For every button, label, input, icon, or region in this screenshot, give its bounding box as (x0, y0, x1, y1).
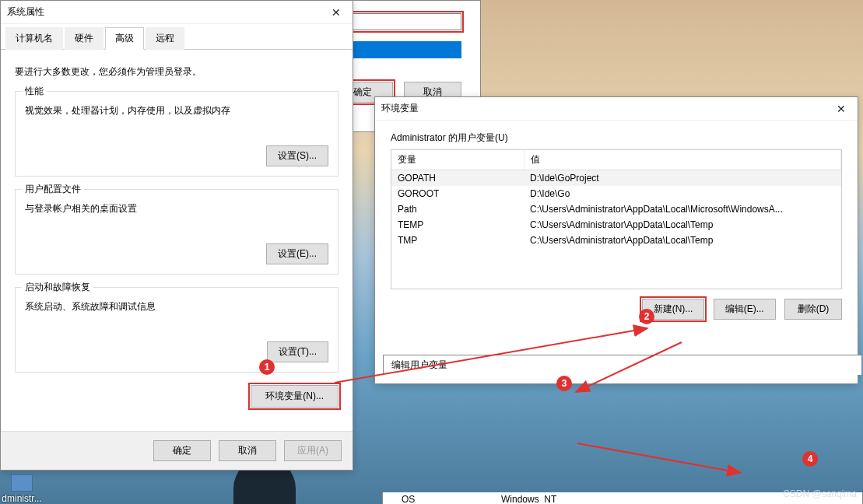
startup-recovery-settings-button[interactable]: 设置(T)... (267, 341, 328, 362)
table-row[interactable]: PathC:\Users\Administrator\AppData\Local… (391, 201, 841, 217)
tab-remote[interactable]: 远程 (146, 27, 184, 50)
apply-button[interactable]: 应用(A) (284, 440, 342, 461)
edit-button[interactable]: 编辑(E)... (714, 299, 776, 320)
env-titlebar[interactable]: 环境变量 ✕ (375, 97, 858, 121)
annotation-marker-3: 3 (556, 376, 572, 391)
startup-recovery-group: 启动和故障恢复 系统启动、系统故障和调试信息 设置(T)... (15, 287, 339, 373)
table-row[interactable]: GOPATHD:\Ide\GoProject (391, 170, 841, 187)
annotation-marker-2: 2 (639, 309, 654, 324)
performance-group: 性能 视觉效果，处理器计划，内存使用，以及虚拟内存 设置(S)... (15, 91, 339, 177)
user-profiles-group: 用户配置文件 与登录帐户相关的桌面设置 设置(E)... (15, 189, 339, 275)
user-vars-table[interactable]: 变量 值 GOPATHD:\Ide\GoProject GOROOTD:\Ide… (391, 150, 841, 248)
watermark: CSDN @sanqima (783, 488, 857, 499)
annotation-marker-4: 4 (802, 451, 818, 467)
col-value[interactable]: 值 (524, 150, 841, 170)
user-vars-label: Administrator 的用户变量(U) (391, 131, 842, 145)
startup-recovery-desc: 系统启动、系统故障和调试信息 (25, 300, 328, 313)
user-vars-buttons: 新建(N)... 编辑(E)... 删除(D) (391, 299, 842, 320)
sysprops-title: 系统属性 (7, 5, 326, 19)
sysprops-tabs: 计算机名 硬件 高级 远程 (1, 27, 353, 50)
close-icon[interactable]: ✕ (326, 4, 346, 21)
svg-line-3 (577, 443, 741, 473)
env-body: Administrator 的用户变量(U) 变量 值 GOPATHD:\Ide… (375, 121, 858, 331)
close-icon[interactable]: ✕ (831, 100, 851, 117)
user-profiles-desc: 与登录帐户相关的桌面设置 (25, 202, 328, 215)
admin-note: 要进行大多数更改，您必须作为管理员登录。 (15, 65, 339, 79)
annotation-marker-1: 1 (259, 359, 275, 375)
col-variable[interactable]: 变量 (391, 150, 524, 170)
user-vars-table-wrap: 变量 值 GOPATHD:\Ide\GoProject GOROOTD:\Ide… (391, 149, 842, 289)
performance-title: 性能 (22, 85, 47, 98)
shortcut-label: dministr... (2, 493, 42, 504)
performance-desc: 视觉效果，处理器计划，内存使用，以及虚拟内存 (25, 104, 328, 117)
env-title: 环境变量 (381, 102, 831, 115)
sysprops-body: 要进行大多数更改，您必须作为管理员登录。 性能 视觉效果，处理器计划，内存使用，… (1, 50, 353, 417)
cancel-button[interactable]: 取消 (219, 440, 276, 461)
table-row[interactable]: GOROOTD:\Ide\Go (391, 186, 841, 201)
user-profiles-title: 用户配置文件 (22, 183, 84, 196)
delete-button[interactable]: 删除(D) (784, 299, 842, 320)
tab-hardware[interactable]: 硬件 (65, 27, 103, 50)
environment-variables-button[interactable]: 环境变量(N)... (251, 385, 339, 408)
shortcut-icon (11, 474, 33, 492)
performance-settings-button[interactable]: 设置(S)... (266, 145, 328, 166)
edit-user-variable-label: 编辑用户变量 (383, 355, 862, 375)
sysprops-titlebar[interactable]: 系统属性 ✕ (1, 1, 353, 24)
system-properties-window: 系统属性 ✕ 计算机名 硬件 高级 远程 要进行大多数更改，您必须作为管理员登录… (0, 0, 353, 471)
environment-variables-window: 环境变量 ✕ Administrator 的用户变量(U) 变量 值 GOPAT… (374, 96, 858, 384)
user-profiles-settings-button[interactable]: 设置(E)... (266, 243, 328, 264)
desktop-shortcut[interactable]: dministr... (2, 474, 42, 504)
tab-computer-name[interactable]: 计算机名 (5, 27, 63, 50)
table-row[interactable]: TMPC:\Users\Administrator\AppData\Local\… (391, 233, 841, 248)
ok-button[interactable]: 确定 (153, 440, 211, 461)
startup-recovery-title: 启动和故障恢复 (22, 281, 93, 294)
sysprops-bottom-bar: 确定 取消 应用(A) (1, 431, 353, 470)
table-row[interactable]: TEMPC:\Users\Administrator\AppData\Local… (391, 217, 841, 233)
tab-advanced[interactable]: 高级 (105, 27, 144, 50)
